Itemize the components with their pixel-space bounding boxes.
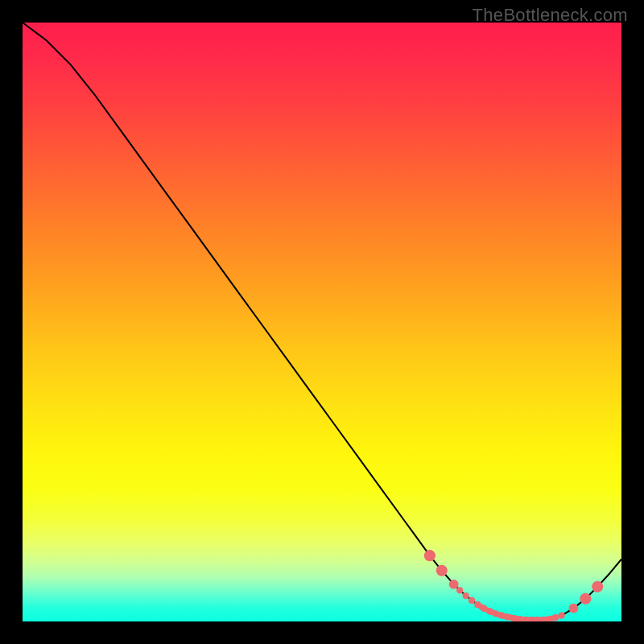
marker-dot xyxy=(436,565,448,576)
marker-dot xyxy=(569,604,579,613)
marker-dot xyxy=(592,581,603,592)
chart-container xyxy=(23,23,621,621)
bottleneck-curve-line xyxy=(23,23,621,620)
marker-dot xyxy=(424,550,436,561)
marker-dot xyxy=(559,612,565,618)
marker-dot xyxy=(456,587,463,593)
highlight-markers xyxy=(424,550,603,621)
marker-dot xyxy=(580,593,591,605)
watermark-label: TheBottleneck.com xyxy=(473,5,628,26)
bottleneck-chart xyxy=(23,23,621,621)
marker-dot xyxy=(550,615,555,621)
marker-dot xyxy=(462,592,469,599)
marker-dot xyxy=(449,580,459,589)
marker-dot xyxy=(469,597,475,604)
chart-plot-group xyxy=(23,23,621,621)
